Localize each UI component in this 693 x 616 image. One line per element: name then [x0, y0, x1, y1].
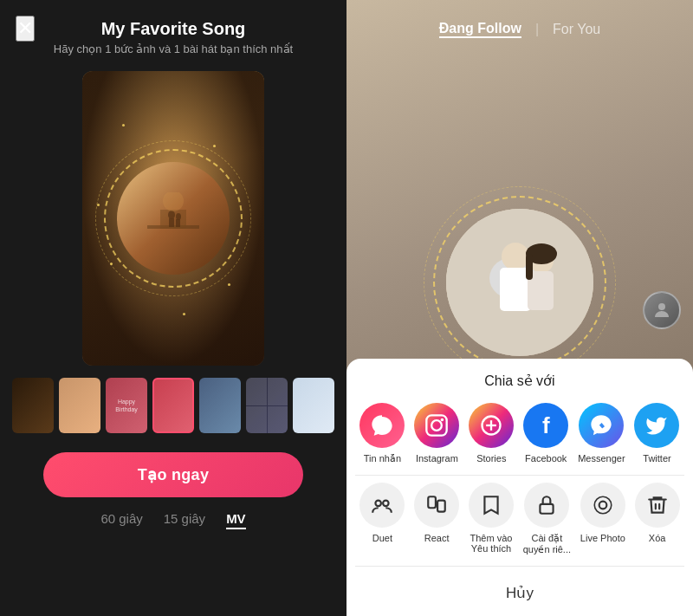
react-svg — [425, 494, 448, 516]
stories-icon — [469, 403, 514, 448]
duration-tab-15[interactable]: 15 giây — [164, 511, 205, 529]
share-item-react[interactable]: React — [414, 483, 459, 555]
instagram-svg — [424, 413, 449, 438]
stories-svg — [479, 413, 503, 438]
svg-point-27 — [599, 502, 606, 509]
tinnhan-icon — [359, 403, 405, 448]
share-item-twitter[interactable]: Twitter — [634, 403, 679, 464]
stories-label: Stories — [476, 453, 506, 464]
thumbnail-item[interactable] — [12, 378, 54, 433]
thumbnail-item[interactable] — [293, 378, 334, 433]
thumbnail-item[interactable] — [59, 378, 100, 433]
thumbnail-item[interactable] — [199, 378, 241, 433]
duet-svg — [371, 494, 393, 516]
profile-avatar[interactable] — [643, 291, 681, 329]
react-label: React — [424, 533, 450, 543]
react-icon — [414, 483, 459, 528]
caidat-icon — [524, 483, 569, 528]
livephoto-label: Live Photo — [580, 533, 625, 543]
themvao-icon — [469, 483, 514, 528]
share-item-xoa[interactable]: Xóa — [635, 483, 680, 555]
messenger-icon — [579, 403, 624, 448]
thumbnail-item[interactable]: Happy Birthday — [106, 378, 147, 433]
message-icon — [370, 413, 394, 438]
trash-svg — [646, 494, 669, 516]
right-vinyl-inner — [446, 209, 593, 356]
share-item-themvao[interactable]: Thêm vào Yêu thích — [469, 483, 514, 555]
svg-rect-26 — [541, 504, 554, 514]
duration-tab-mv[interactable]: MV — [226, 511, 246, 529]
livephoto-svg — [592, 494, 614, 516]
xoa-icon — [635, 483, 680, 528]
couple-svg — [446, 209, 593, 356]
svg-point-4 — [176, 213, 181, 220]
share-item-duet[interactable]: Duet — [359, 483, 405, 555]
duet-label: Duet — [372, 533, 392, 543]
nav-tab-following[interactable]: Đang Follow — [439, 21, 521, 38]
messenger-label: Messenger — [578, 453, 625, 464]
twitter-icon — [634, 403, 679, 448]
svg-rect-14 — [526, 254, 533, 280]
thumbnail-item[interactable] — [246, 378, 288, 433]
close-button[interactable]: ✕ — [16, 16, 35, 42]
top-nav: Đang Follow | For You — [346, 0, 693, 49]
left-panel: ✕ My Favorite Song Hãy chọn 1 bức ảnh và… — [0, 0, 346, 616]
lock-svg — [535, 494, 558, 516]
left-subtitle: Hãy chọn 1 bức ảnh và 1 bài hát bạn thíc… — [54, 42, 293, 55]
duration-tabs: 60 giây 15 giây MV — [100, 511, 245, 529]
couple-photo — [446, 209, 593, 356]
svg-point-9 — [502, 243, 529, 270]
share-item-messenger[interactable]: Messenger — [578, 403, 625, 464]
social-share-row: Tin nhắn Instagram — [355, 403, 684, 464]
left-title: My Favorite Song — [101, 19, 246, 39]
svg-rect-25 — [437, 501, 445, 512]
main-preview — [82, 71, 264, 366]
right-vinyl-ring — [433, 196, 606, 369]
right-panel: Đang Follow | For You — [346, 0, 693, 616]
messenger-svg — [589, 413, 613, 438]
duet-icon — [359, 483, 405, 528]
twitter-svg — [644, 413, 669, 438]
tinnhan-label: Tin nhắn — [364, 453, 401, 464]
thumbnail-item-selected[interactable] — [152, 378, 194, 433]
caidat-label: Cài đặt quyền riê... — [523, 533, 571, 555]
divider — [355, 475, 684, 476]
svg-point-2 — [168, 211, 175, 219]
svg-rect-5 — [176, 219, 180, 227]
facebook-icon: f — [523, 403, 568, 448]
share-sheet: Chia sẻ với Tin nhắn — [346, 359, 693, 616]
vinyl-ring — [104, 149, 243, 288]
svg-point-6 — [163, 192, 184, 211]
xoa-label: Xóa — [649, 533, 666, 543]
themvao-label: Thêm vào Yêu thích — [470, 533, 512, 554]
svg-point-22 — [376, 501, 382, 507]
instagram-icon — [414, 403, 459, 448]
divider-2 — [355, 566, 684, 567]
cancel-button[interactable]: Hủy — [355, 574, 684, 616]
svg-rect-16 — [427, 415, 447, 435]
livephoto-icon — [580, 483, 625, 528]
share-item-instagram[interactable]: Instagram — [414, 403, 459, 464]
twitter-label: Twitter — [643, 453, 670, 464]
action-share-row: Duet React Thêm vào Yêu thích — [355, 483, 684, 555]
svg-rect-24 — [428, 496, 436, 508]
bookmark-svg — [480, 494, 502, 516]
share-item-caidat[interactable]: Cài đặt quyền riê... — [523, 483, 571, 555]
share-title: Chia sẻ với — [355, 373, 684, 389]
share-item-tinnhan[interactable]: Tin nhắn — [359, 403, 405, 464]
duration-tab-60[interactable]: 60 giây — [100, 511, 142, 529]
profile-icon — [651, 300, 672, 321]
share-item-stories[interactable]: Stories — [469, 403, 514, 464]
facebook-label: Facebook — [525, 453, 567, 464]
svg-point-15 — [658, 303, 665, 310]
vinyl-inner — [117, 162, 230, 275]
instagram-label: Instagram — [416, 453, 458, 464]
create-button[interactable]: Tạo ngay — [43, 452, 303, 497]
nav-tab-foryou[interactable]: For You — [553, 22, 600, 37]
share-item-facebook[interactable]: f Facebook — [523, 403, 568, 464]
share-item-livephoto[interactable]: Live Photo — [580, 483, 625, 555]
svg-point-17 — [432, 420, 443, 431]
bridge-silhouette — [147, 192, 199, 244]
svg-rect-3 — [169, 218, 174, 227]
thumbnail-strip: Happy Birthday — [5, 378, 341, 433]
